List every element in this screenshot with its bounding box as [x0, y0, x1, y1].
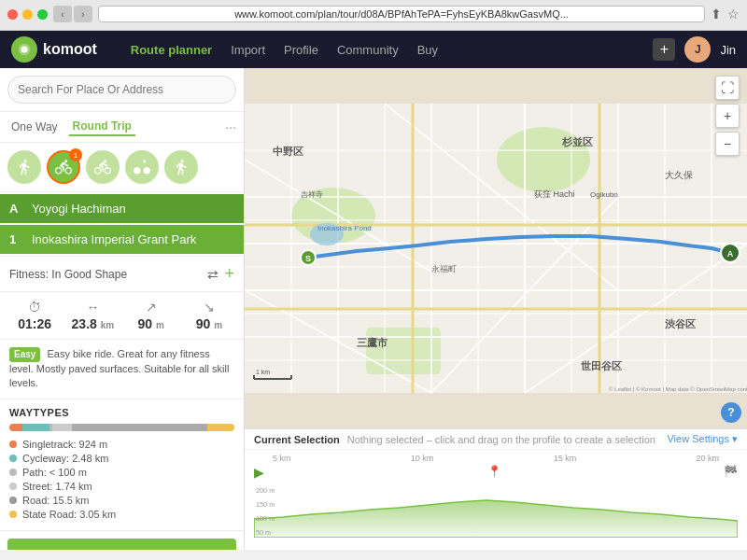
current-selection-hint: Nothing selected – click and drag on the… [347, 434, 668, 445]
svg-text:荻窪 Hachi: 荻窪 Hachi [534, 189, 575, 199]
fitness-row: Fitness: In Good Shape ⇄ + [0, 257, 244, 292]
svg-text:三鷹市: 三鷹市 [357, 337, 388, 348]
elevation-header: Current Selection Nothing selected – cli… [245, 429, 747, 450]
difficulty-badge: Easy [9, 347, 40, 362]
marker-start: ▶ [254, 465, 264, 480]
waytype-state-road: State Road: 3.05 km [9, 509, 234, 520]
waytype-bar [9, 424, 234, 431]
minimize-button[interactable] [22, 9, 33, 20]
activity-run[interactable] [164, 150, 198, 184]
add-button[interactable]: + [653, 38, 675, 61]
logo-icon [11, 36, 37, 63]
sidebar-actions: Save Tour Send Tour to my Phone [0, 531, 244, 550]
distance-ticks: 5 km 10 km 15 km 20 km [254, 454, 738, 465]
search-bar [0, 68, 244, 112]
bar-state-road [207, 424, 234, 431]
state-road-dot [9, 511, 17, 518]
map-overlay: ⛶ + − [715, 76, 740, 156]
save-tour-button[interactable]: Save Tour [7, 539, 236, 550]
waytype-singletrack: Singletrack: 924 m [9, 439, 234, 450]
stat-ascent: ↗ 90 m [126, 300, 176, 331]
marker-end: 🏁 [724, 465, 738, 480]
distance-icon: ↔ [86, 300, 99, 315]
bar-road [72, 424, 207, 431]
nav-route-planner[interactable]: Route planner [131, 43, 212, 57]
activity-cycling[interactable]: 1 [47, 150, 80, 184]
trip-tabs: One Way Round Trip ··· [0, 112, 244, 143]
elevation-svg-container[interactable]: 200 m 150 m 100 m 50 m [254, 482, 738, 546]
waytypes-section: WAYTYPES Singletrack: 924 m [0, 399, 244, 531]
tab-round-trip[interactable]: Round Trip [69, 118, 135, 136]
traffic-lights [7, 9, 48, 20]
waypoint-start[interactable]: A Yoyogi Hachiman [0, 194, 244, 223]
share-icon[interactable]: ⬆ [711, 7, 722, 21]
zoom-in-button[interactable]: + [715, 104, 740, 128]
svg-text:200 m: 200 m [256, 487, 275, 495]
svg-rect-5 [366, 328, 441, 374]
nav-import[interactable]: Import [231, 43, 265, 57]
svg-text:渋谷区: 渋谷区 [665, 318, 696, 329]
bookmark-icon[interactable]: ☆ [727, 7, 740, 21]
nav-community[interactable]: Community [337, 43, 399, 57]
more-options-button[interactable]: ··· [225, 119, 236, 134]
elevation-chart-area[interactable]: 5 km 10 km 15 km 20 km ▶ 📍 [245, 450, 747, 550]
activity-hike[interactable] [7, 150, 41, 184]
waypoint-end[interactable]: 1 Inokashira Imperial Grant Park [0, 225, 244, 254]
svg-point-3 [291, 188, 375, 244]
svg-rect-2 [245, 104, 747, 393]
waypoint-a-letter: A [9, 202, 24, 216]
svg-line-18 [525, 244, 747, 393]
logo[interactable]: komoot [11, 36, 97, 63]
activity-road-bike[interactable] [125, 150, 159, 184]
singletrack-dot [9, 441, 17, 448]
activity-mtb[interactable] [86, 150, 120, 184]
zoom-out-button[interactable]: − [715, 132, 740, 156]
svg-text:永福町: 永福町 [431, 264, 457, 273]
svg-text:1 km: 1 km [256, 369, 270, 375]
swap-icon[interactable]: ⇄ [207, 267, 218, 282]
fullscreen-button[interactable]: ⛶ [715, 76, 740, 100]
tab-one-way[interactable]: One Way [7, 119, 62, 135]
close-button[interactable] [7, 9, 18, 20]
url-bar[interactable]: www.komoot.com/plan/tour/d08A/BPfAhTePA=… [98, 6, 705, 22]
current-selection-label: Current Selection [254, 434, 340, 445]
svg-line-15 [245, 160, 431, 272]
svg-text:© Leaflet | © Komoot | Map dat: © Leaflet | © Komoot | Map data © OpenSt… [609, 386, 747, 392]
waypoint-1-name: Inokashira Imperial Grant Park [32, 232, 234, 246]
cycleway-dot [9, 455, 17, 462]
search-input[interactable] [7, 76, 236, 104]
main-area: One Way Round Trip ··· 1 [0, 68, 747, 550]
nav-buy[interactable]: Buy [417, 43, 438, 57]
view-settings-button[interactable]: View Settings ▾ [667, 433, 738, 445]
svg-marker-55 [254, 500, 738, 538]
bar-street [52, 424, 73, 431]
map-container[interactable]: S A 中野区 杉並区 大久保 三鷹市 世田谷区 渋谷区 永福町 Inokash… [245, 68, 747, 428]
add-waypoint-button[interactable]: + [224, 264, 234, 284]
time-icon: ⏱ [28, 300, 41, 315]
forward-button[interactable]: › [74, 6, 92, 22]
avatar[interactable]: J [684, 36, 711, 63]
road-dot [9, 497, 17, 504]
path-dot [9, 469, 17, 476]
stat-ascent-value: 90 m [137, 316, 163, 331]
waytype-cycleway: Cycleway: 2.48 km [9, 453, 234, 464]
nav-right: + J Jin [653, 36, 736, 63]
back-button[interactable]: ‹ [53, 6, 72, 22]
svg-line-19 [245, 290, 431, 393]
bar-singletrack [9, 424, 22, 431]
maximize-button[interactable] [37, 9, 48, 20]
top-navigation: komoot Route planner Import Profile Comm… [0, 31, 747, 68]
browser-chrome: ‹ › www.komoot.com/plan/tour/d08A/BPfAhT… [0, 0, 747, 31]
elevation-section: Current Selection Nothing selected – cli… [245, 428, 747, 550]
waypoint-1-letter: 1 [9, 232, 24, 246]
street-label: Street: 1.74 km [22, 481, 92, 492]
waytypes-title: WAYTYPES [9, 407, 234, 418]
stat-time-value: 01:26 [18, 316, 51, 331]
stat-distance-value: 23.8 km [72, 316, 115, 331]
dist-tick-1: 10 km [411, 454, 434, 463]
nav-profile[interactable]: Profile [284, 43, 318, 57]
svg-text:大久保: 大久保 [665, 170, 693, 180]
dist-tick-3: 20 km [696, 454, 719, 463]
help-button[interactable]: ? [721, 402, 741, 423]
street-dot [9, 483, 17, 490]
